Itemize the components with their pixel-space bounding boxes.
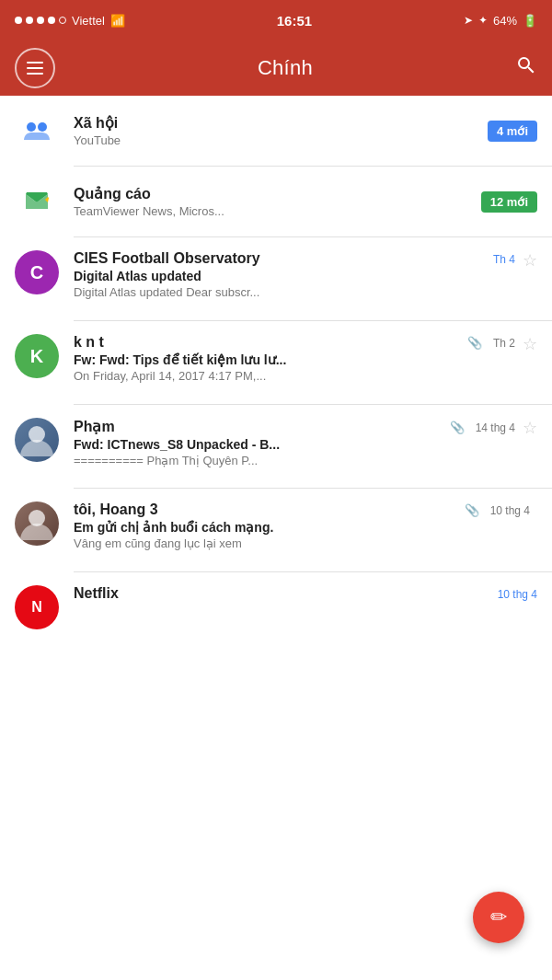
email-date-hoang: 10 thg 4 bbox=[490, 504, 530, 517]
email-preview-knt: On Friday, April 14, 2017 4:17 PM,... bbox=[74, 369, 515, 383]
email-sender-hoang: tôi, Hoang 3 bbox=[74, 502, 158, 518]
bluetooth-icon: ✦ bbox=[478, 14, 488, 27]
dot-4 bbox=[48, 17, 55, 24]
status-left: Viettel 📶 bbox=[15, 14, 125, 28]
promo-badge: 12 mới bbox=[481, 191, 537, 213]
page-title: Chính bbox=[258, 56, 313, 80]
social-badge: 4 mới bbox=[488, 121, 537, 142]
email-date-pham: 14 thg 4 bbox=[476, 421, 515, 434]
location-icon: ➤ bbox=[464, 14, 473, 27]
email-content-knt: k n t 📎 Th 2 Fw: Fwd: Tips để tiết kiệm … bbox=[74, 334, 515, 383]
email-sender-cies: CIES Football Observatory bbox=[74, 250, 260, 267]
avatar-pham bbox=[15, 418, 59, 462]
promo-icon bbox=[15, 179, 59, 224]
email-right-cies: ☆ bbox=[523, 250, 537, 271]
email-header-hoang: tôi, Hoang 3 📎 10 thg 4 bbox=[74, 502, 530, 518]
search-button[interactable] bbox=[515, 54, 537, 82]
email-preview-hoang: Vâng em cũng đang lục lại xem bbox=[74, 536, 530, 550]
email-preview-pham: ========== Phạm Thị Quyên P... bbox=[74, 454, 515, 467]
dot-2 bbox=[26, 17, 33, 24]
attachment-icon-pham: 📎 bbox=[450, 421, 465, 434]
app-header: Chính bbox=[0, 40, 552, 96]
category-promo[interactable]: Quảng cáo TeamViewer News, Micros... 12 … bbox=[0, 167, 552, 236]
social-icon bbox=[15, 109, 59, 153]
email-content-netflix: Netflix 10 thg 4 bbox=[74, 585, 537, 604]
email-header-cies: CIES Football Observatory Th 4 bbox=[74, 250, 515, 267]
email-sender-netflix: Netflix bbox=[74, 585, 119, 602]
avatar-hoang bbox=[15, 502, 59, 546]
avatar-knt: K bbox=[15, 334, 59, 378]
email-content-cies: CIES Football Observatory Th 4 Digital A… bbox=[74, 250, 515, 299]
email-subject-cies: Digital Atlas updated bbox=[74, 269, 515, 283]
email-row-hoang[interactable]: tôi, Hoang 3 📎 10 thg 4 Em gửi chị ảnh b… bbox=[0, 489, 552, 571]
social-name: Xã hội bbox=[74, 114, 488, 132]
email-date-netflix: 10 thg 4 bbox=[498, 588, 537, 601]
email-row-knt[interactable]: K k n t 📎 Th 2 Fw: Fwd: Tips để tiết kiệ… bbox=[0, 321, 552, 404]
battery-icon: 🔋 bbox=[523, 14, 537, 28]
avatar-netflix: N bbox=[15, 585, 59, 629]
dot-5 bbox=[59, 17, 66, 24]
email-sender-knt: k n t bbox=[74, 334, 104, 351]
email-header-netflix: Netflix 10 thg 4 bbox=[74, 585, 537, 602]
wifi-icon: 📶 bbox=[110, 14, 125, 28]
attachment-icon-hoang: 📎 bbox=[465, 503, 479, 517]
status-time: 16:51 bbox=[277, 13, 312, 29]
signal-dots bbox=[15, 17, 66, 24]
battery-text: 64% bbox=[493, 14, 517, 28]
avatar-cies: C bbox=[15, 250, 59, 294]
social-sub: YouTube bbox=[74, 133, 488, 147]
email-subject-pham: Fwd: ICTnews_S8 Unpacked - B... bbox=[74, 437, 515, 452]
svg-point-0 bbox=[27, 122, 36, 132]
star-icon-cies[interactable]: ☆ bbox=[523, 250, 537, 271]
email-subject-knt: Fw: Fwd: Tips để tiết kiệm lưu lư... bbox=[74, 352, 515, 367]
status-right: ➤ ✦ 64% 🔋 bbox=[464, 14, 537, 28]
carrier-label: Viettel bbox=[72, 14, 105, 28]
hamburger-icon bbox=[27, 62, 43, 75]
email-date-knt: Th 2 bbox=[493, 337, 515, 350]
promo-sub: TeamViewer News, Micros... bbox=[74, 204, 481, 218]
email-content-pham: Phạm 📎 14 thg 4 Fwd: ICTnews_S8 Unpacked… bbox=[74, 418, 515, 467]
dot-1 bbox=[15, 17, 22, 24]
status-bar: Viettel 📶 16:51 ➤ ✦ 64% 🔋 bbox=[0, 0, 552, 40]
star-icon-pham[interactable]: ☆ bbox=[523, 418, 537, 438]
dot-3 bbox=[37, 17, 44, 24]
menu-button[interactable] bbox=[15, 48, 55, 88]
email-row-pham[interactable]: Phạm 📎 14 thg 4 Fwd: ICTnews_S8 Unpacked… bbox=[0, 405, 552, 488]
email-sender-pham: Phạm bbox=[74, 418, 115, 435]
svg-point-1 bbox=[38, 122, 47, 132]
category-social[interactable]: Xã hội YouTube 4 mới bbox=[0, 96, 552, 166]
email-preview-cies: Digital Atlas updated Dear subscr... bbox=[74, 285, 515, 299]
email-header-pham: Phạm 📎 14 thg 4 bbox=[74, 418, 515, 435]
email-row-netflix[interactable]: N Netflix 10 thg 4 bbox=[0, 572, 552, 655]
social-content: Xã hội YouTube bbox=[74, 114, 488, 147]
email-date-cies: Th 4 bbox=[493, 253, 515, 266]
email-content-hoang: tôi, Hoang 3 📎 10 thg 4 Em gửi chị ảnh b… bbox=[74, 502, 530, 550]
email-row-cies[interactable]: C CIES Football Observatory Th 4 Digital… bbox=[0, 237, 552, 320]
attachment-icon-knt: 📎 bbox=[467, 336, 482, 350]
email-subject-hoang: Em gửi chị ảnh buổi cách mạng. bbox=[74, 520, 530, 535]
promo-content: Quảng cáo TeamViewer News, Micros... bbox=[74, 185, 481, 218]
email-right-knt: ☆ bbox=[523, 334, 537, 354]
star-icon-knt[interactable]: ☆ bbox=[523, 334, 537, 354]
email-header-knt: k n t 📎 Th 2 bbox=[74, 334, 515, 351]
email-right-pham: ☆ bbox=[523, 418, 537, 438]
promo-name: Quảng cáo bbox=[74, 185, 481, 202]
